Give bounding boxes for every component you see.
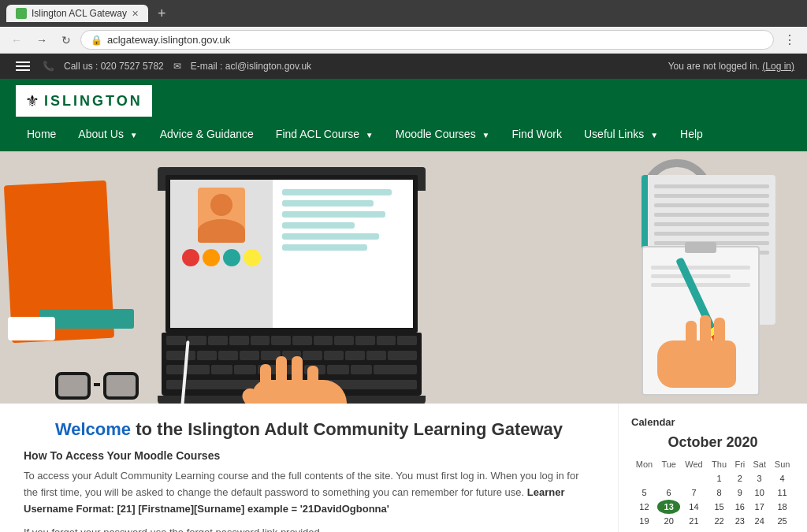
calendar-day-cell: 16 [731,500,749,514]
nav-link-help[interactable]: Help [669,117,714,151]
phone-icon: 📞 [43,61,54,72]
welcome-rest: to the Islington Adult Community Learnin… [131,419,563,439]
calendar-week-row: 12131415161718 [631,500,794,514]
nav-item-home: Home [16,117,67,151]
calendar-body: 1234567891011121314151617181920212223242… [631,471,794,532]
calendar-week-row: 19202122232425 [631,514,794,528]
calendar-grid: MonTueWedThuFriSatSun 123456789101112131… [631,457,794,532]
calendar-day-cell: 25 [770,514,794,528]
lock-icon: 🔒 [91,35,102,46]
nav-link-about[interactable]: About Us ▼ [67,117,148,151]
body-text-1: To access your Adult Community Learning … [24,470,579,498]
calendar-header-row: MonTueWedThuFriSatSun [631,457,794,471]
calendar-day-header: Sun [770,457,794,471]
calendar-day-cell: 2 [731,471,749,485]
calendar-day-cell: 29 [708,528,731,532]
nav-item-find-work: Find Work [500,117,573,151]
calendar-day-header: Thu [708,457,731,471]
back-button[interactable]: ← [6,32,27,49]
logo-icon: ⚜ [25,91,39,110]
calendar-week-row: 1234 [631,471,794,485]
calendar-week-row: 567891011 [631,485,794,500]
calendar-day-cell: 31 [749,528,770,532]
nav-link-home[interactable]: Home [16,117,67,151]
calendar-day-cell: 12 [631,500,657,514]
calendar-day-cell: 19 [631,514,657,528]
caret-icon: ▼ [366,131,374,140]
logo-area[interactable]: ⚜ ISLINGTON [16,85,152,117]
nav-list: Home About Us ▼ Advice & Guidance Find A… [16,117,791,151]
calendar-day-cell: 6 [657,485,680,500]
forward-button[interactable]: → [32,32,52,49]
login-link[interactable]: (Log in) [762,61,794,72]
calendar-day-cell: 10 [749,485,770,500]
section-subtitle: How To Access Your Moodle Courses [24,449,594,462]
main-content: Welcome to the Islington Adult Community… [0,404,618,532]
browser-chrome: Islington ACL Gateway ✕ + ← → ↻ 🔒 aclgat… [0,0,807,54]
calendar-day-header: Tue [657,457,680,471]
nav-item-advice: Advice & Guidance [149,117,265,151]
laptop-screen [165,175,418,333]
extensions-button[interactable]: ⋮ [779,30,801,50]
hand-illustration [236,356,363,404]
calendar-week-row: 262728293031 [631,528,794,532]
calendar-day-cell: 30 [731,528,749,532]
address-bar[interactable]: 🔒 aclgateway.islington.gov.uk [80,30,774,50]
hero-banner [0,151,807,404]
nav-item-help: Help [669,117,714,151]
nav-link-advice[interactable]: Advice & Guidance [149,117,265,151]
welcome-word: Welcome [55,419,131,439]
nav-link-find-acl[interactable]: Find ACL Course ▼ [265,117,385,151]
calendar-month: October 2020 [631,434,794,451]
calendar-day-cell: 24 [749,514,770,528]
top-bar-right: You are not logged in. (Log in) [668,61,794,72]
login-status-text: You are not logged in. [668,61,760,72]
calendar-day-cell: 28 [680,528,707,532]
body-paragraph-2: If you forget your password use the forg… [24,525,594,532]
top-bar-left: 📞 Call us : 020 7527 5782 ✉ E-mail : acl… [13,58,311,74]
calendar-day-cell: 21 [680,514,707,528]
phone-text: Call us : 020 7527 5782 [64,61,164,72]
nav-link-useful-links[interactable]: Useful Links ▼ [573,117,669,151]
calendar-day-cell: 3 [749,471,770,485]
nav-item-useful-links: Useful Links ▼ [573,117,669,151]
main-nav: Home About Us ▼ Advice & Guidance Find A… [0,117,807,151]
tab-close-button[interactable]: ✕ [132,9,139,19]
email-text: E-mail : acl@islington.gov.uk [191,61,311,72]
browser-title-bar: Islington ACL Gateway ✕ + [0,0,807,27]
top-bar: 📞 Call us : 020 7527 5782 ✉ E-mail : acl… [0,54,807,79]
calendar-day-cell: 27 [657,528,680,532]
nav-item-moodle: Moodle Courses ▼ [385,117,501,151]
calendar-day-cell: 8 [708,485,731,500]
calendar-day-cell: 13 [657,500,680,514]
calendar-day-cell [657,471,680,485]
browser-nav-bar: ← → ↻ 🔒 aclgateway.islington.gov.uk ⋮ [0,27,807,54]
calendar-day-cell: 5 [631,485,657,500]
site-header: ⚜ ISLINGTON [0,79,807,117]
calendar-day-cell: 18 [770,500,794,514]
hand2-illustration [649,317,744,388]
tab-title: Islington ACL Gateway [32,8,127,19]
nav-link-moodle[interactable]: Moodle Courses ▼ [385,117,501,151]
calendar-day-cell [680,471,707,485]
calendar-day-cell: 9 [731,485,749,500]
browser-tab[interactable]: Islington ACL Gateway ✕ [6,5,148,22]
nav-item-find-acl: Find ACL Course ▼ [265,117,385,151]
calendar-day-header: Fri [731,457,749,471]
url-text: aclgateway.islington.gov.uk [107,34,230,46]
calendar-day-header: Mon [631,457,657,471]
email-icon: ✉ [173,61,181,72]
hamburger-line [16,61,30,63]
caret-icon: ▼ [482,131,490,140]
glasses [55,372,139,400]
hamburger-menu[interactable] [13,58,33,74]
calendar-day-cell: 11 [770,485,794,500]
new-tab-button[interactable]: + [151,6,173,22]
hamburger-line [16,65,30,67]
calendar-day-header: Sat [749,457,770,471]
calendar-day-cell: 17 [749,500,770,514]
calendar-day-cell: 15 [708,500,731,514]
refresh-button[interactable]: ↻ [57,32,76,49]
nav-link-find-work[interactable]: Find Work [500,117,573,151]
calendar-day-cell: 1 [708,471,731,485]
